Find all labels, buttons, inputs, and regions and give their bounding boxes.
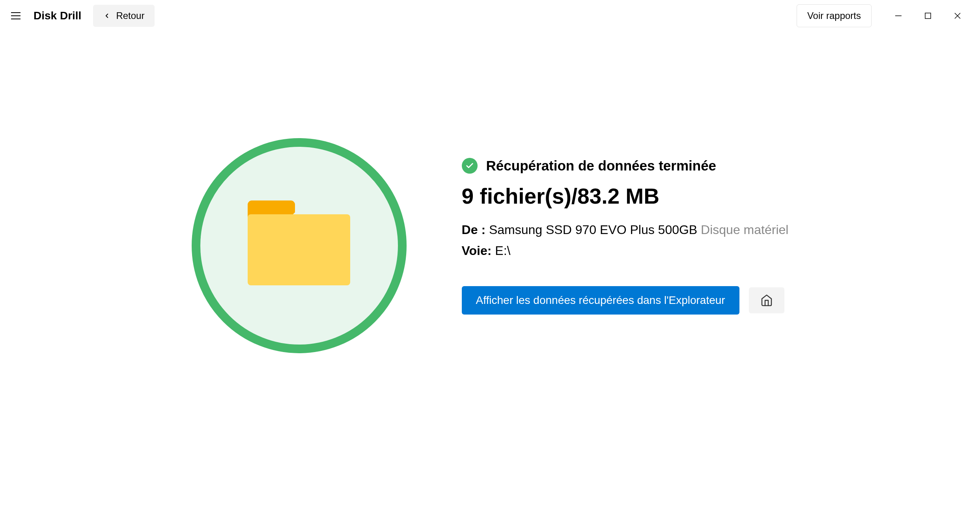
svg-rect-4 [248,214,350,285]
view-reports-button[interactable]: Voir rapports [797,4,872,27]
close-icon [953,11,962,20]
app-title: Disk Drill [34,9,81,22]
chevron-left-icon [103,12,110,19]
path-line: Voie: E:\ [462,244,789,258]
path-label: Voie: [462,244,492,258]
source-value: Samsung SSD 970 EVO Plus 500GB [489,223,697,237]
source-label: De : [462,223,485,237]
hamburger-menu-icon[interactable] [8,8,24,24]
info-section: Récupération de données terminée 9 fichi… [462,138,789,315]
status-row: Récupération de données terminée [462,158,789,174]
maximize-icon [924,12,932,20]
back-button[interactable]: Retour [93,5,155,27]
close-button[interactable] [943,5,972,27]
minimize-button[interactable] [883,5,913,27]
success-circle [192,138,407,353]
svg-rect-1 [925,13,931,19]
show-in-explorer-button[interactable]: Afficher les données récupérées dans l'E… [462,286,739,315]
source-line: De : Samsung SSD 970 EVO Plus 500GB Disq… [462,223,789,237]
main-content: Récupération de données terminée 9 fichi… [0,32,980,353]
status-text: Récupération de données terminée [486,158,716,174]
home-icon [760,294,773,307]
header-right: Voir rapports [797,4,972,27]
success-check-icon [462,158,478,174]
result-graphic [192,138,407,353]
action-row: Afficher les données récupérées dans l'E… [462,286,789,315]
maximize-button[interactable] [913,5,943,27]
back-label: Retour [116,10,144,21]
source-type: Disque matériel [701,223,788,237]
folder-icon [244,200,354,291]
minimize-icon [894,12,902,20]
path-value: E:\ [495,244,510,258]
result-headline: 9 fichier(s)/83.2 MB [462,184,789,209]
home-button[interactable] [749,287,784,313]
app-header: Disk Drill Retour Voir rapports [0,0,980,32]
